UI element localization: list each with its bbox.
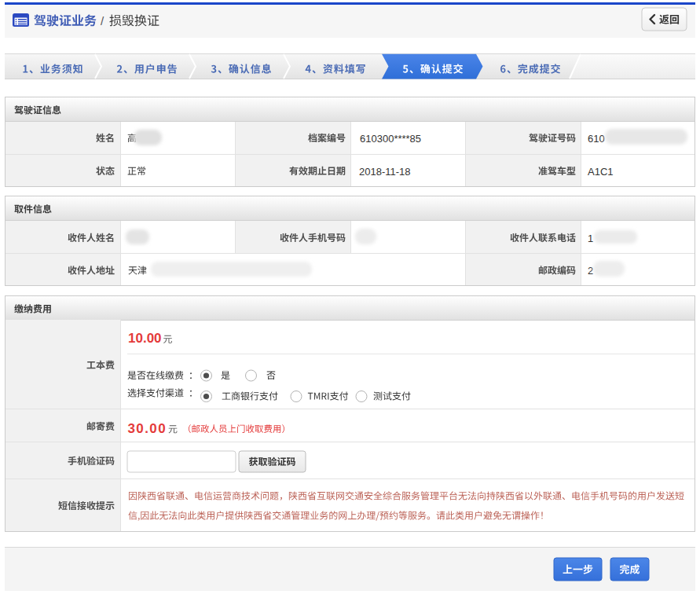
svg-text:30.00: 30.00 — [128, 421, 167, 436]
svg-text:A1C1: A1C1 — [588, 166, 614, 178]
svg-text:2018-11-18: 2018-11-18 — [359, 166, 411, 178]
svg-text:10.00: 10.00 — [128, 331, 162, 346]
svg-text:610300****85: 610300****85 — [360, 133, 421, 145]
svg-text:610: 610 — [588, 133, 605, 145]
svg-text:1: 1 — [588, 233, 593, 244]
svg-text:2: 2 — [588, 265, 593, 277]
